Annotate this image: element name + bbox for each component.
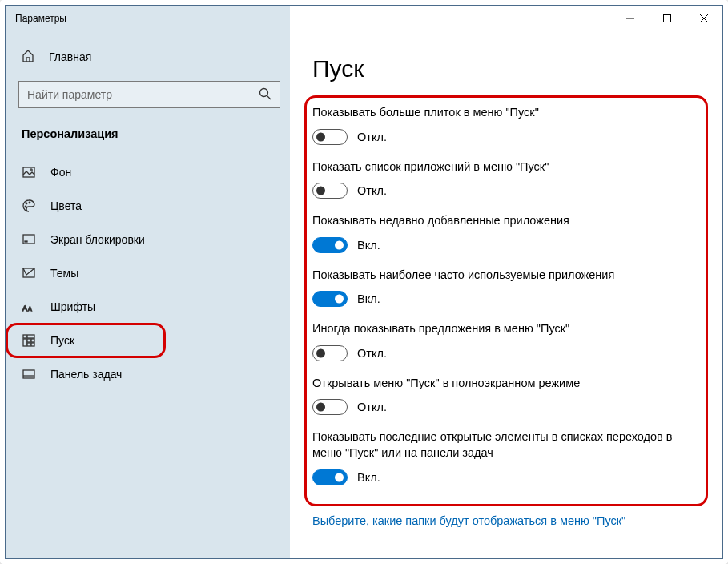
folders-link[interactable]: Выберите, какие папки будут отображаться… [312, 514, 690, 527]
toggle-switch[interactable] [312, 399, 348, 415]
svg-text:A: A [28, 306, 32, 312]
palette-icon [22, 199, 36, 213]
toggle-state-label: Откл. [357, 347, 387, 360]
setting-item: Показывать недавно добавленные приложени… [312, 213, 690, 253]
fonts-icon: AA [22, 300, 36, 314]
setting-item: Показывать последние открытые элементы в… [312, 429, 690, 485]
svg-rect-12 [23, 335, 26, 338]
close-button[interactable] [686, 6, 722, 31]
svg-point-3 [30, 169, 32, 171]
picture-icon [22, 165, 36, 179]
sidebar-item-label: Темы [50, 267, 78, 280]
toggle-row: Откл. [312, 345, 690, 361]
toggle-state-label: Откл. [357, 131, 387, 143]
toggle-state-label: Вкл. [357, 292, 380, 305]
setting-label: Иногда показывать предложения в меню "Пу… [312, 321, 690, 337]
themes-icon [22, 266, 36, 280]
setting-label: Показывать недавно добавленные приложени… [312, 213, 690, 229]
sidebar-item-colors[interactable]: Цвета [12, 190, 287, 222]
window-title: Параметры [15, 13, 66, 24]
toggle-switch[interactable] [312, 469, 348, 485]
search-icon [259, 87, 271, 103]
toggle-switch[interactable] [312, 129, 348, 145]
home-label: Главная [49, 50, 91, 63]
sidebar: Главная Найти параметр Персонализация Фо… [6, 31, 290, 558]
svg-point-6 [25, 206, 26, 207]
sidebar-item-fonts[interactable]: AA Шрифты [12, 291, 287, 323]
sidebar-item-start[interactable]: Пуск [12, 324, 287, 357]
minimize-button[interactable] [612, 6, 649, 31]
svg-rect-0 [664, 15, 671, 22]
setting-label: Показывать наиболее часто используемые п… [312, 268, 690, 284]
sidebar-item-label: Пуск [50, 334, 74, 347]
titlebar: Параметры [6, 6, 722, 31]
toggle-row: Вкл. [312, 237, 690, 253]
window-controls [612, 6, 722, 31]
lockscreen-icon [22, 232, 36, 247]
svg-rect-17 [27, 343, 30, 346]
svg-point-5 [29, 202, 30, 203]
toggle-row: Откл. [312, 399, 690, 415]
sidebar-item-themes[interactable]: Темы [12, 257, 287, 289]
toggle-state-label: Вкл. [357, 239, 380, 252]
sidebar-item-label: Шрифты [50, 300, 95, 313]
svg-text:A: A [22, 304, 27, 312]
setting-label: Показывать больше плиток в меню "Пуск" [312, 105, 690, 121]
toggle-switch[interactable] [312, 291, 348, 307]
svg-point-4 [26, 203, 27, 204]
sidebar-item-label: Экран блокировки [50, 233, 145, 246]
setting-label: Показать список приложений в меню "Пуск" [312, 159, 690, 175]
toggle-row: Вкл. [312, 291, 690, 307]
svg-rect-13 [27, 335, 34, 338]
toggle-row: Откл. [312, 183, 690, 199]
setting-item: Показывать наиболее часто используемые п… [312, 268, 690, 308]
setting-label: Открывать меню "Пуск" в полноэкранном ре… [312, 376, 690, 392]
start-icon [22, 333, 36, 348]
toggle-state-label: Вкл. [357, 471, 380, 484]
setting-item: Показать список приложений в меню "Пуск"… [312, 159, 690, 199]
taskbar-icon [22, 367, 36, 381]
page-title: Пуск [312, 55, 690, 83]
svg-rect-16 [31, 339, 34, 342]
svg-rect-19 [23, 370, 34, 378]
toggle-switch[interactable] [312, 183, 348, 199]
setting-label: Показывать последние открытые элементы в… [312, 429, 690, 461]
content-pane: Пуск Показывать больше плиток в меню "Пу… [290, 31, 722, 558]
section-header: Персонализация [12, 124, 287, 155]
toggle-row: Вкл. [312, 469, 690, 485]
sidebar-item-label: Цвета [50, 199, 82, 212]
svg-rect-18 [31, 343, 34, 346]
sidebar-item-lockscreen[interactable]: Экран блокировки [12, 224, 287, 256]
sidebar-item-taskbar[interactable]: Панель задач [12, 358, 287, 390]
settings-window: Параметры Главная Найти параметр [5, 5, 723, 559]
svg-rect-8 [25, 241, 27, 242]
svg-rect-14 [23, 339, 26, 346]
home-icon [22, 50, 34, 65]
settings-block: Показывать больше плиток в меню "Пуск"От… [312, 100, 690, 503]
setting-item: Открывать меню "Пуск" в полноэкранном ре… [312, 376, 690, 416]
svg-rect-15 [27, 339, 30, 342]
toggle-state-label: Откл. [357, 184, 387, 197]
sidebar-item-label: Фон [50, 166, 71, 179]
search-input[interactable]: Найти параметр [18, 81, 280, 108]
setting-item: Иногда показывать предложения в меню "Пу… [312, 321, 690, 361]
toggle-state-label: Откл. [357, 401, 387, 413]
search-placeholder: Найти параметр [27, 88, 112, 101]
sidebar-item-background[interactable]: Фон [12, 156, 287, 188]
home-nav[interactable]: Главная [12, 41, 287, 73]
maximize-button[interactable] [649, 6, 686, 31]
setting-item: Показывать больше плиток в меню "Пуск"От… [312, 105, 690, 145]
toggle-switch[interactable] [312, 237, 348, 253]
sidebar-item-label: Панель задач [50, 368, 122, 381]
toggle-row: Откл. [312, 129, 690, 145]
svg-point-1 [260, 88, 268, 96]
toggle-switch[interactable] [312, 345, 348, 361]
